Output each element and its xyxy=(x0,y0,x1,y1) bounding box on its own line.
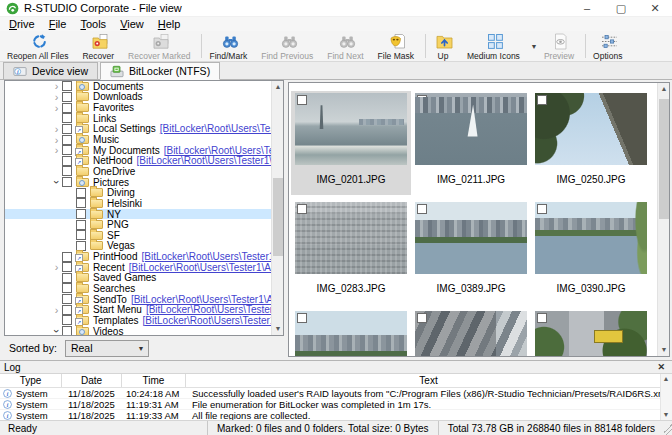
menu-file[interactable]: File xyxy=(42,17,74,31)
tree-checkbox[interactable] xyxy=(62,294,72,304)
file-mask-button[interactable]: File Mask xyxy=(373,31,423,61)
tree-item-path-link[interactable]: [BitLocker\Root\Users\Tester1\Document xyxy=(164,145,271,156)
tree-checkbox[interactable] xyxy=(76,209,86,219)
tree-checkbox[interactable] xyxy=(62,81,72,91)
tree-checkbox[interactable] xyxy=(62,156,72,166)
chevron-down-icon[interactable]: ▼ xyxy=(134,345,148,352)
tree-checkbox[interactable] xyxy=(62,326,72,335)
file-thumbnail[interactable] xyxy=(295,311,407,356)
tree-item-start-menu[interactable]: ›Start Menu[BitLocker\Root\Users\Tester1… xyxy=(5,304,271,315)
tree-item-downloads[interactable]: ›Downloads xyxy=(5,92,271,103)
file-item-img_0389.jpg[interactable]: IMG_0389.JPG xyxy=(411,200,531,304)
file-checkbox[interactable] xyxy=(297,313,307,323)
tree-item-path-link[interactable]: [BitLocker\Root\Users\Tester1\AppData\Ro… xyxy=(129,262,271,273)
file-thumbnail[interactable] xyxy=(295,93,407,165)
log-row[interactable]: iSystem11/18/202510:24:18 AMSuccessfully… xyxy=(0,388,672,399)
file-thumbnail[interactable] xyxy=(415,202,527,274)
tree-item-helsinki[interactable]: Helsinki xyxy=(5,198,271,209)
log-column-time[interactable]: Time xyxy=(122,374,186,387)
tree-item-recent[interactable]: ›Recent[BitLocker\Root\Users\Tester1\App… xyxy=(5,262,271,273)
file-thumbnail[interactable] xyxy=(415,93,527,165)
medium-icons-button[interactable]: Medium Icons xyxy=(462,31,529,61)
resize-grip[interactable] xyxy=(664,421,672,435)
tree-item-templates[interactable]: Templates[BitLocker\Root\Users\Tester1\A… xyxy=(5,315,271,326)
file-item-img_0211.jpg[interactable]: IMG_0211.JPG xyxy=(411,91,531,195)
file-thumbnail[interactable] xyxy=(415,311,527,356)
scroll-down-icon[interactable]: ▼ xyxy=(660,410,672,420)
tree-checkbox[interactable] xyxy=(62,252,72,262)
file-item-img_0390.jpg[interactable]: IMG_0390.JPG xyxy=(531,200,651,304)
log-column-date[interactable]: Date xyxy=(62,374,122,387)
expander-icon[interactable]: › xyxy=(52,326,62,335)
tree-item-saved-games[interactable]: Saved Games xyxy=(5,273,271,284)
tree-scrollbar-thumb[interactable] xyxy=(273,178,283,256)
tree-checkbox[interactable] xyxy=(62,113,72,123)
tree-checkbox[interactable] xyxy=(62,315,72,325)
find-mark-button[interactable]: Find/Mark xyxy=(204,31,256,61)
file-item[interactable] xyxy=(531,309,651,356)
tree-checkbox[interactable] xyxy=(76,220,86,230)
minimize-button[interactable]: – xyxy=(570,0,604,16)
tree-item-path-link[interactable]: [BitLocker\Root\Users\Tester1\AppData\Ro… xyxy=(146,304,271,315)
expander-icon[interactable]: › xyxy=(52,177,62,188)
tree-item-pictures[interactable]: ›Pictures xyxy=(5,177,271,188)
tree-item-my-documents[interactable]: ›My Documents[BitLocker\Root\Users\Teste… xyxy=(5,145,271,156)
maximize-button[interactable]: ▢ xyxy=(604,0,638,16)
scroll-up-icon[interactable]: ▲ xyxy=(658,83,670,95)
tree-checkbox[interactable] xyxy=(62,135,72,145)
menu-help[interactable]: Help xyxy=(151,17,188,31)
tree-item-path-link[interactable]: [BitLocker\Root\Users\Tester1\AppData\Ro… xyxy=(136,155,271,166)
tree-item-path-link[interactable]: [BitLocker\Root\Users\Tester1\AppData\Ro… xyxy=(131,294,271,305)
expander-icon[interactable]: › xyxy=(51,262,62,272)
close-button[interactable]: ✕ xyxy=(638,0,672,16)
tree-checkbox[interactable] xyxy=(76,230,86,240)
expander-icon[interactable]: › xyxy=(51,92,62,102)
expander-icon[interactable]: › xyxy=(51,305,62,315)
file-thumbnail[interactable] xyxy=(535,202,647,274)
tree-checkbox[interactable] xyxy=(62,177,72,187)
tree-item-nethood[interactable]: NetHood[BitLocker\Root\Users\Tester1\App… xyxy=(5,155,271,166)
expander-icon[interactable]: › xyxy=(51,135,62,145)
file-thumbnail[interactable] xyxy=(295,202,407,274)
tree-item-path-link[interactable]: [BitLocker\Root\Users\Tester1\AppData\Ro… xyxy=(143,315,271,326)
tree-item-links[interactable]: Links xyxy=(5,113,271,124)
file-item-img_0250.jpg[interactable]: IMG_0250.JPG xyxy=(531,91,651,195)
files-scrollbar-thumb[interactable] xyxy=(659,99,669,219)
file-thumbnail[interactable] xyxy=(535,311,647,356)
tree-checkbox[interactable] xyxy=(62,262,72,272)
file-checkbox[interactable] xyxy=(417,204,427,214)
tree-item-favorites[interactable]: ›Favorites xyxy=(5,102,271,113)
files-scrollbar[interactable]: ▲ ▼ xyxy=(657,83,669,356)
file-checkbox[interactable] xyxy=(537,204,547,214)
tree-checkbox[interactable] xyxy=(62,103,72,113)
tree-item-vegas[interactable]: Vegas xyxy=(5,241,271,252)
file-checkbox[interactable] xyxy=(537,95,547,105)
reopen-all-files-button[interactable]: Reopen All Files xyxy=(2,31,77,61)
log-close-icon[interactable]: ✕ xyxy=(654,362,668,372)
tree-item-sendto[interactable]: SendTo[BitLocker\Root\Users\Tester1\AppD… xyxy=(5,294,271,305)
sorted-by-combobox[interactable]: Real ▼ xyxy=(65,340,149,357)
scroll-down-icon[interactable]: ▼ xyxy=(658,344,670,356)
tab-bitlocker[interactable]: BitLocker (NTFS) xyxy=(100,62,220,80)
expander-icon[interactable]: › xyxy=(51,124,62,134)
scroll-up-icon[interactable]: ▲ xyxy=(660,374,672,384)
file-thumbnail[interactable] xyxy=(535,93,647,165)
tree-scrollbar[interactable]: ▲ ▼ xyxy=(271,81,283,335)
tree-item-png[interactable]: PNG xyxy=(5,219,271,230)
file-checkbox[interactable] xyxy=(537,313,547,323)
tree-item-ny[interactable]: NY xyxy=(5,209,271,220)
scroll-down-icon[interactable]: ▼ xyxy=(272,323,284,335)
tree-item-onedrive[interactable]: OneDrive xyxy=(5,166,271,177)
file-checkbox[interactable] xyxy=(297,95,307,105)
file-item[interactable] xyxy=(411,309,531,356)
log-row[interactable]: iSystem11/18/202511:19:31 AMFile enumera… xyxy=(0,399,672,410)
tree-item-music[interactable]: ›Music xyxy=(5,134,271,145)
tree-checkbox[interactable] xyxy=(62,145,72,155)
menu-view[interactable]: View xyxy=(113,17,151,31)
tree-item-printhood[interactable]: PrintHood[BitLocker\Root\Users\Tester1\A… xyxy=(5,251,271,262)
file-item-img_0201.jpg[interactable]: IMG_0201.JPG xyxy=(291,91,411,195)
tree-checkbox[interactable] xyxy=(62,124,72,134)
tree-checkbox[interactable] xyxy=(62,273,72,283)
tree-item-local-settings[interactable]: ›Local Settings[BitLocker\Root\Users\Tes… xyxy=(5,124,271,135)
file-checkbox[interactable] xyxy=(417,313,427,323)
